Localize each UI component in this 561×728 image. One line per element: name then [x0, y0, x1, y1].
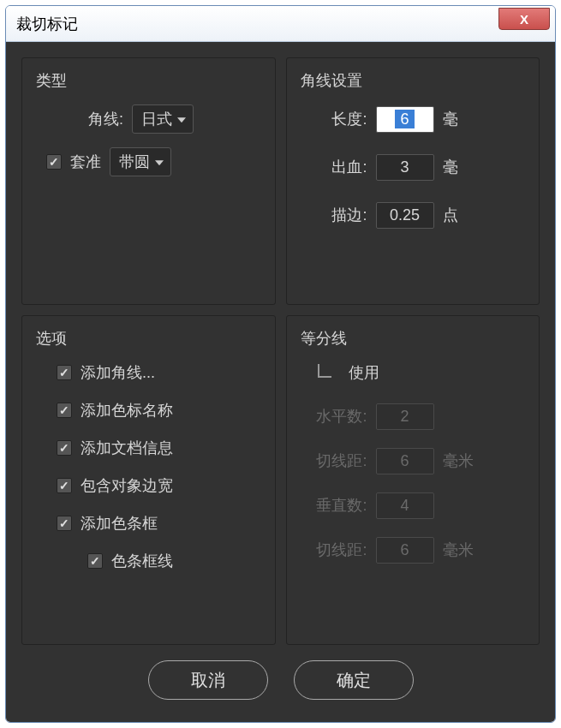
bleed-row: 出血: 3 毫 — [301, 152, 526, 182]
option-checkbox-2[interactable] — [57, 440, 72, 456]
h-count-input: 2 — [376, 403, 434, 430]
v-count-row: 垂直数: 4 — [301, 491, 526, 520]
bleed-input[interactable]: 3 — [376, 154, 434, 181]
h-count-row: 水平数: 2 — [301, 402, 526, 431]
corner-style-select[interactable]: 日式 — [132, 104, 194, 134]
option-label-1: 添加色标名称 — [81, 400, 173, 421]
option-checkbox-3[interactable] — [57, 478, 72, 493]
length-row: 长度: 6 毫 — [301, 104, 526, 134]
length-input[interactable]: 6 — [376, 106, 434, 133]
corner-settings-title: 角线设置 — [301, 70, 526, 91]
type-panel: 类型 角线: 日式 套准 带圆 — [21, 57, 276, 305]
v-gap-label: 切线距: — [307, 540, 367, 560]
corner-settings-panel: 角线设置 长度: 6 毫 出血: 3 毫 描边: 0.25 点 — [286, 57, 540, 305]
option-row-2: 添加文档信息 — [36, 438, 261, 458]
option-checkbox-4[interactable] — [57, 516, 72, 531]
h-gap-input: 6 — [376, 448, 434, 474]
register-select[interactable]: 带圆 — [110, 147, 171, 176]
register-label: 套准 — [70, 152, 101, 172]
h-count-label: 水平数: — [307, 406, 367, 427]
type-panel-title: 类型 — [36, 70, 261, 91]
use-row: 使用 — [301, 362, 526, 383]
option-sub-checkbox[interactable] — [87, 553, 103, 569]
content-area: 类型 角线: 日式 套准 带圆 角线设置 — [6, 42, 555, 722]
option-row-3: 包含对象边宽 — [36, 475, 261, 496]
options-title: 选项 — [36, 328, 261, 349]
close-icon: X — [520, 12, 528, 27]
stroke-unit: 点 — [443, 205, 458, 225]
bleed-label: 出血: — [307, 157, 367, 177]
dividers-panel: 等分线 使用 水平数: 2 切线距: 6 毫米 垂直数: 4 — [286, 315, 540, 645]
option-checkbox-1[interactable] — [57, 403, 72, 418]
option-sub-label: 色条框线 — [111, 551, 173, 571]
use-checkbox[interactable] — [318, 364, 331, 378]
option-label-3: 包含对象边宽 — [81, 475, 173, 496]
dialog-window: 裁切标记 X 类型 角线: 日式 套准 带圆 — [5, 5, 556, 723]
h-gap-label: 切线距: — [307, 451, 367, 471]
v-gap-row: 切线距: 6 毫米 — [301, 535, 526, 564]
length-label: 长度: — [307, 109, 367, 129]
stroke-input[interactable]: 0.25 — [376, 202, 434, 229]
dividers-title: 等分线 — [301, 328, 526, 349]
corner-style-row: 角线: 日式 — [36, 104, 261, 134]
v-gap-input: 6 — [376, 537, 434, 564]
options-panel: 选项 添加角线... 添加色标名称 添加文档信息 包含对象边宽 — [21, 315, 276, 645]
register-row: 套准 带圆 — [36, 147, 261, 176]
register-checkbox[interactable] — [46, 154, 62, 170]
v-gap-unit: 毫米 — [443, 540, 474, 560]
v-count-label: 垂直数: — [307, 495, 367, 516]
option-row-4: 添加色条框 — [36, 513, 261, 534]
option-row-0: 添加角线... — [36, 362, 261, 383]
v-count-input: 4 — [376, 492, 434, 519]
option-row-1: 添加色标名称 — [36, 400, 261, 421]
close-button[interactable]: X — [498, 8, 550, 30]
option-label-2: 添加文档信息 — [81, 438, 173, 458]
option-label-0: 添加角线... — [81, 362, 155, 383]
h-gap-unit: 毫米 — [443, 451, 474, 471]
ok-button[interactable]: 确定 — [294, 660, 414, 700]
corner-style-label: 角线: — [63, 109, 123, 129]
cancel-button[interactable]: 取消 — [148, 660, 268, 700]
window-title: 裁切标记 — [16, 14, 78, 34]
h-gap-row: 切线距: 6 毫米 — [301, 446, 526, 475]
option-sub-row: 色条框线 — [36, 551, 261, 571]
corner-style-value: 日式 — [141, 109, 172, 129]
bleed-unit: 毫 — [443, 157, 458, 177]
stroke-row: 描边: 0.25 点 — [301, 200, 526, 230]
button-row: 取消 确定 — [21, 645, 540, 707]
titlebar: 裁切标记 X — [6, 6, 555, 42]
use-label: 使用 — [349, 362, 379, 383]
option-label-4: 添加色条框 — [81, 513, 158, 534]
length-unit: 毫 — [443, 109, 458, 129]
option-checkbox-0[interactable] — [57, 365, 72, 380]
stroke-label: 描边: — [307, 205, 367, 225]
register-value: 带圆 — [119, 152, 150, 172]
